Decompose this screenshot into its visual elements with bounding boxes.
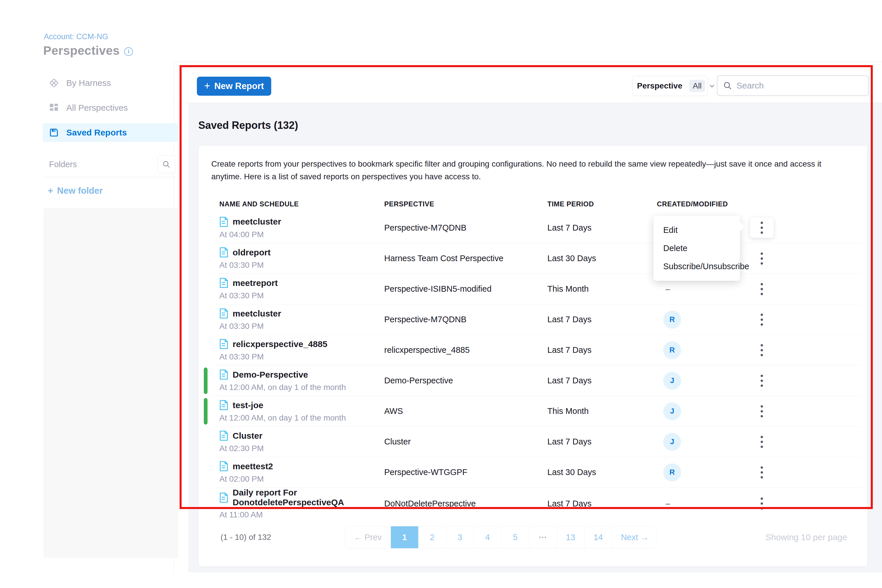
report-name[interactable]: meetreport — [232, 278, 278, 288]
sidebar-item-saved-reports[interactable]: Saved Reports — [43, 123, 178, 142]
menu-item-edit[interactable]: Edit — [653, 221, 740, 239]
report-schedule: At 12:00 AM, on day 1 of the month — [219, 413, 346, 423]
page-button-2[interactable]: 2 — [418, 526, 446, 548]
table-row[interactable]: Cluster At 02:30 PM Cluster Last 7 Days … — [212, 426, 861, 457]
row-menu-button[interactable] — [754, 432, 770, 452]
row-menu-button[interactable] — [754, 310, 770, 330]
sidebar-item-label: Saved Reports — [66, 128, 127, 138]
report-name[interactable]: test-joe — [232, 400, 264, 410]
search-input[interactable] — [736, 81, 862, 90]
perspectives-page: Account: CCM-NG Perspectives i By Harnes… — [0, 0, 882, 588]
report-actions-cell — [748, 432, 861, 452]
reports-table: NAME AND SCHEDULE PERSPECTIVE TIME PERIO… — [212, 196, 861, 518]
search-icon — [162, 160, 170, 168]
column-header-name: NAME AND SCHEDULE — [219, 200, 384, 208]
row-menu-button[interactable] — [754, 279, 770, 299]
report-name[interactable]: oldreport — [232, 248, 271, 257]
table-row[interactable]: meettest2 At 02:00 PM Perspective-WTGGPF… — [212, 457, 861, 488]
grid-icon — [49, 104, 59, 112]
table-row[interactable]: meetreport At 03:30 PM Perspective-ISIBN… — [212, 273, 861, 304]
report-actions-cell — [748, 218, 861, 238]
report-doc-icon — [219, 492, 228, 503]
menu-item-subscribe-unsubscribe[interactable]: Subscribe/Unsubscribe — [653, 257, 740, 276]
menu-item-delete[interactable]: Delete — [653, 239, 740, 257]
prev-button[interactable]: ← Prev — [345, 526, 390, 548]
row-menu-button[interactable] — [754, 462, 770, 483]
folders-label: Folders — [43, 160, 77, 169]
row-menu-button[interactable] — [754, 340, 770, 360]
report-name-cell: meettest2 At 02:00 PM — [219, 461, 384, 484]
report-name[interactable]: meetcluster — [232, 309, 281, 318]
report-schedule: At 03:30 PM — [219, 291, 264, 300]
page-button-3[interactable]: 3 — [446, 526, 474, 548]
table-header-row: NAME AND SCHEDULE PERSPECTIVE TIME PERIO… — [212, 196, 861, 212]
account-breadcrumb[interactable]: Account: CCM-NG — [44, 32, 108, 41]
column-header-time-period: TIME PERIOD — [548, 200, 657, 208]
report-name-cell: oldreport At 03:30 PM — [219, 247, 384, 270]
report-name[interactable]: relicxperspective_4885 — [232, 339, 327, 349]
table-row[interactable]: meetcluster At 03:30 PM Perspective-M7QD… — [212, 304, 861, 334]
report-schedule: At 03:30 PM — [219, 322, 264, 331]
perspective-filter-dropdown[interactable]: Perspective All — [632, 76, 708, 96]
report-time-period: Last 7 Days — [548, 345, 657, 355]
row-menu-button[interactable] — [754, 249, 770, 268]
sidebar-item-all-perspectives[interactable]: All Perspectives — [43, 99, 178, 117]
sidebar-item-by-harness[interactable]: By Harness — [43, 74, 178, 92]
new-report-button[interactable]: + New Report — [197, 76, 271, 96]
report-doc-icon — [219, 278, 228, 288]
new-folder-button[interactable]: + New folder — [48, 186, 103, 196]
report-schedule: At 11:00 AM — [219, 510, 262, 519]
row-menu-button[interactable] — [750, 218, 774, 238]
report-perspective: Perspective-WTGGPF — [384, 468, 548, 477]
report-schedule: At 03:30 PM — [219, 261, 264, 270]
report-doc-icon — [219, 369, 228, 380]
report-schedule: At 02:30 PM — [219, 444, 264, 453]
report-name[interactable]: Cluster — [232, 431, 262, 441]
report-name[interactable]: Demo-Perspective — [232, 370, 308, 380]
report-schedule: At 03:30 PM — [219, 352, 264, 362]
row-menu-button[interactable] — [754, 494, 770, 514]
report-doc-icon — [219, 461, 228, 471]
report-created-cell: R — [657, 464, 748, 482]
report-name[interactable]: Daily report For DonotdeletePerspectiveQ… — [232, 488, 384, 507]
save-icon — [49, 128, 59, 137]
folders-search-button[interactable] — [158, 155, 175, 173]
row-menu-button[interactable] — [754, 401, 770, 422]
report-actions-cell — [748, 310, 861, 330]
report-time-period: Last 30 Days — [548, 468, 657, 477]
table-row[interactable]: test-joe At 12:00 AM, on day 1 of the mo… — [212, 396, 861, 426]
page-button-1[interactable]: 1 — [390, 526, 418, 548]
report-actions-cell — [748, 279, 861, 299]
report-time-period: This Month — [548, 406, 657, 416]
report-created-cell: J — [657, 433, 748, 451]
page-button-5[interactable]: 5 — [501, 526, 529, 548]
page-title-row: Perspectives i — [43, 44, 133, 58]
search-box — [717, 75, 869, 96]
info-icon[interactable]: i — [124, 47, 133, 56]
row-menu-button[interactable] — [754, 370, 770, 391]
folders-divider — [44, 177, 175, 177]
table-row[interactable]: meetcluster At 04:00 PM Perspective-M7QD… — [212, 212, 861, 243]
column-header-created-modified: CREATED/MODIFIED — [657, 200, 748, 208]
next-button[interactable]: Next → — [612, 526, 657, 548]
report-time-period: This Month — [548, 284, 657, 294]
page-button-14[interactable]: 14 — [584, 526, 612, 548]
table-row[interactable]: Daily report For DonotdeletePerspectiveQ… — [212, 488, 861, 518]
report-doc-icon — [219, 339, 228, 350]
table-row[interactable]: relicxperspective_4885 At 03:30 PM relic… — [212, 334, 861, 365]
report-actions-cell — [748, 370, 861, 391]
new-report-label: New Report — [214, 81, 264, 92]
ellipsis-button[interactable]: ••• — [529, 526, 556, 548]
table-row[interactable]: Demo-Perspective At 12:00 AM, on day 1 o… — [212, 365, 861, 396]
report-name[interactable]: meettest2 — [232, 462, 273, 471]
page-button-13[interactable]: 13 — [556, 526, 584, 548]
report-name[interactable]: meetcluster — [232, 217, 281, 226]
chevron-down-icon — [708, 82, 716, 89]
page-title: Perspectives — [43, 44, 120, 58]
report-created-cell: – — [657, 285, 748, 294]
table-row[interactable]: oldreport At 03:30 PM Harness Team Cost … — [212, 243, 861, 273]
search-icon — [723, 81, 732, 90]
page-button-4[interactable]: 4 — [474, 526, 501, 548]
new-folder-label: New folder — [57, 186, 103, 196]
report-actions-cell — [748, 401, 861, 422]
